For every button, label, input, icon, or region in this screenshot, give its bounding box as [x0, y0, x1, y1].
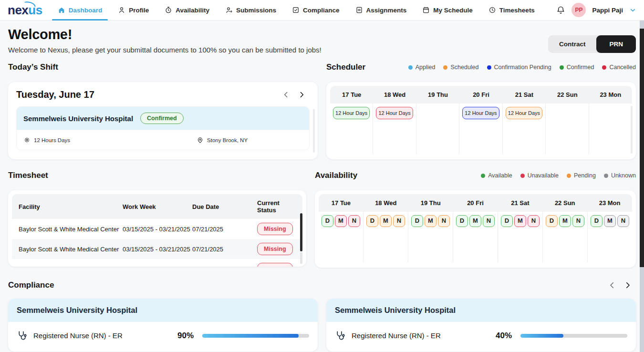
nav-item-submissions[interactable]: Submissions: [225, 0, 276, 21]
slot-n-pending[interactable]: N: [438, 215, 450, 227]
shift-chip-confirmation-pending[interactable]: 12 Hour Days: [462, 107, 499, 119]
nav-item-my-schedule[interactable]: My Schedule: [422, 0, 473, 21]
nav-item-label: Dashboard: [69, 7, 103, 14]
legend-label: Unknown: [611, 172, 636, 179]
table-row[interactable]: Baylor Scott & White Medical Center03/15…: [12, 219, 302, 239]
scheduler-day-23-mon: 23 Mon: [589, 86, 632, 104]
welcome-title: Welcome!: [8, 27, 636, 42]
contract-button[interactable]: Contract: [548, 35, 597, 53]
user-avatar[interactable]: PP: [571, 3, 586, 17]
nav-item-label: My Schedule: [433, 7, 473, 14]
chevron-down-icon[interactable]: [629, 7, 636, 14]
slot-m-unavailable[interactable]: M: [335, 215, 347, 227]
status-badge: Missing: [257, 263, 293, 267]
scheduler-legend: AppliedScheduledConfirmation PendingConf…: [408, 64, 636, 71]
slot-m-pending[interactable]: M: [425, 215, 436, 227]
compliance-cards: Semmelweis University HospitalRegistered…: [8, 299, 636, 352]
nav-item-label: Profile: [129, 7, 149, 14]
slot-n-available[interactable]: N: [483, 215, 495, 227]
shift-chip-scheduled[interactable]: 12 Hour Days: [506, 107, 542, 119]
legend-dot-icon: [602, 65, 606, 70]
slot-m-pending[interactable]: M: [380, 215, 392, 227]
availability-slots: DMN: [322, 215, 360, 227]
slot-d-available[interactable]: D: [322, 215, 333, 227]
stethoscope-icon: [17, 330, 28, 341]
page-scrollbar-thumb[interactable]: [640, 29, 644, 267]
availability-slots: DMN: [546, 215, 584, 227]
prev-day-chevron-left-icon[interactable]: [282, 91, 290, 99]
slot-n-unavailable[interactable]: N: [528, 215, 540, 227]
slot-d-pending[interactable]: D: [546, 215, 558, 227]
shift-facility-name: Semmelweis University Hospital: [23, 114, 133, 123]
clock-icon: [488, 6, 496, 14]
availability-day-18-wed: 18 Wed: [364, 194, 408, 212]
slot-m-unknown[interactable]: M: [604, 215, 616, 227]
page-scrollbar-track[interactable]: [640, 21, 644, 352]
compliance-next-chevron-right-icon[interactable]: [623, 281, 632, 290]
slot-d-pending[interactable]: D: [366, 215, 378, 227]
slot-m-unavailable[interactable]: M: [514, 215, 526, 227]
timesheet-scrollbar-thumb[interactable]: [300, 213, 302, 251]
compliance-card[interactable]: Semmelweis University HospitalRegistered…: [326, 299, 636, 352]
slot-d-available[interactable]: D: [501, 215, 513, 227]
availability-card: 17 Tue18 Wed19 Thu20 Fri21 Sat22 Sun23 M…: [315, 190, 636, 268]
nexus-logo[interactable]: nex us: [8, 3, 42, 18]
scheduler-cell-23-mon: [589, 104, 632, 154]
compliance-prev-chevron-left-icon[interactable]: [608, 281, 616, 290]
slot-d-available[interactable]: D: [591, 215, 602, 227]
shift-card-scrollbar[interactable]: [313, 109, 315, 153]
shift-detail-box[interactable]: Semmelweis University Hospital Confirmed…: [16, 106, 310, 150]
slot-m-available[interactable]: M: [559, 215, 571, 227]
slot-n-unknown[interactable]: N: [617, 215, 629, 227]
scheduler-day-body-row: 12 Hour Days12 Hour Days12 Hour Days12 H…: [330, 104, 632, 154]
timesheet-card: FacilityWork WeekDue DateCurrent Status …: [8, 190, 306, 267]
slot-m-available[interactable]: M: [469, 215, 481, 227]
compliance-progress-bar: [202, 334, 309, 338]
legend-dot-icon: [567, 174, 571, 178]
timesheet-rows: Baylor Scott & White Medical Center03/15…: [12, 219, 302, 267]
availability-day-20-fri: 20 Fri: [453, 194, 498, 212]
nav-item-profile[interactable]: Profile: [118, 0, 149, 21]
status-badge: Missing: [257, 243, 293, 255]
compliance-card[interactable]: Semmelweis University HospitalRegistered…: [8, 299, 318, 352]
nav-item-label: Timesheets: [499, 7, 535, 14]
scheduler-day-17-tue: 17 Tue: [330, 86, 373, 104]
slot-d-available[interactable]: D: [411, 215, 423, 227]
compliance-percent-label: 90%: [177, 331, 194, 341]
timesheet-col-due-date: Due Date: [192, 203, 257, 210]
scheduler-scrollbar[interactable]: [631, 106, 633, 154]
timesheet-col-current-status: Current Status: [257, 199, 296, 214]
shift-location-label: Stony Brook, NY: [207, 137, 248, 143]
availability-cell-21-sat: DMN: [498, 212, 543, 262]
availability-day-21-sat: 21 Sat: [498, 194, 542, 212]
shift-chip-cancelled[interactable]: 12 Hour Days: [376, 107, 413, 119]
location-pin-icon: [197, 136, 204, 144]
availability-cell-20-fri: DMN: [453, 212, 498, 262]
timesheet-scrollbar-track: [300, 252, 302, 264]
table-row[interactable]: Baylor Scott & White Medical Center03/15…: [12, 259, 302, 267]
shift-chip-confirmed[interactable]: 12 Hour Days: [333, 107, 370, 119]
availability-legend: AvailableUnavailablePendingUnknown: [481, 172, 636, 179]
todays-shift-card: Tuesday, June 17 Semmelweis University H…: [8, 82, 318, 159]
nav-item-availability[interactable]: Availability: [165, 0, 209, 21]
nav-item-timesheets[interactable]: Timesheets: [488, 0, 535, 21]
compliance-card-body: Registered Nurse (RN) - ER40%: [326, 322, 636, 349]
availability-slots: DMN: [411, 215, 450, 227]
welcome-header: Welcome! Welcome to Nexus, please get yo…: [0, 21, 644, 54]
scheduler-day-header-row: 17 Tue18 Wed19 Thu20 Fri21 Sat22 Sun23 M…: [330, 86, 632, 104]
nav-item-dashboard[interactable]: Dashboard: [58, 0, 103, 21]
nav-item-label: Assignments: [366, 7, 407, 14]
slot-n-pending[interactable]: N: [393, 215, 405, 227]
next-day-chevron-right-icon[interactable]: [298, 91, 306, 99]
table-row[interactable]: Baylor Scott & White Medical Center03/15…: [12, 239, 302, 259]
check-square-icon: [292, 6, 300, 14]
slot-n-available[interactable]: N: [572, 215, 584, 227]
slot-d-available[interactable]: D: [456, 215, 468, 227]
nav-item-assignments[interactable]: Assignments: [355, 0, 407, 21]
slot-n-unavailable[interactable]: N: [348, 215, 360, 227]
prn-button[interactable]: PRN: [596, 35, 636, 53]
nav-item-compliance[interactable]: Compliance: [292, 0, 340, 21]
top-navigation: nex us DashboardProfileAvailabilitySubmi…: [0, 0, 644, 21]
nav-item-label: Compliance: [303, 7, 340, 14]
notifications-bell-icon[interactable]: [556, 6, 565, 15]
